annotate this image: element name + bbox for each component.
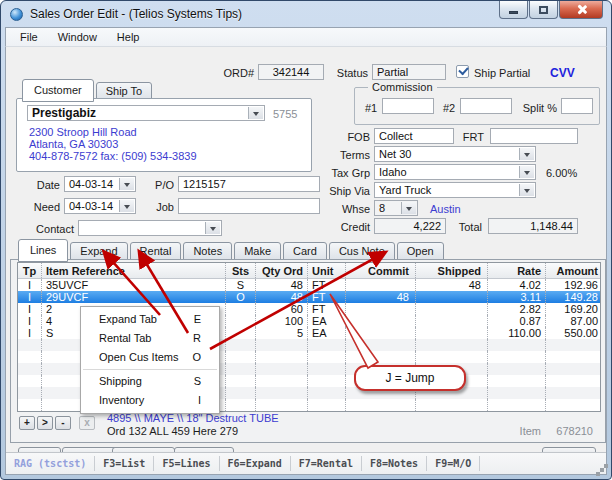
contact-label: Contact: [14, 223, 74, 235]
col-sts: Sts: [226, 263, 256, 278]
window: Sales Order Edit - (Telios Systems Tips)…: [0, 0, 612, 480]
total-label: Total: [450, 221, 482, 233]
col-qty-ord: Qty Ord: [256, 263, 308, 278]
line-remove-button[interactable]: -: [55, 416, 71, 430]
window-title: Sales Order Edit - (Telios Systems Tips): [30, 7, 242, 21]
close-icon: [576, 4, 587, 15]
job-field[interactable]: [178, 198, 320, 214]
tab-lines[interactable]: Lines: [18, 239, 68, 262]
menu-item-rental-tab[interactable]: Rental TabR: [81, 329, 219, 348]
menu-item-open-cus-items[interactable]: Open Cus ItemsO: [81, 348, 219, 367]
date-field[interactable]: 04-03-14: [64, 176, 136, 192]
whse-combo[interactable]: 8: [374, 200, 418, 216]
status-key-f6: F6=Expand: [220, 456, 291, 471]
split-label: Split %: [517, 102, 557, 114]
col-rate: Rate: [488, 263, 546, 278]
contact-field[interactable]: [78, 220, 222, 236]
item-label: Item: [520, 425, 541, 437]
po-field[interactable]: 1215157: [178, 176, 320, 192]
menu-item-shipping[interactable]: ShippingS: [81, 372, 219, 391]
total-field: 1,148.44: [488, 218, 578, 234]
status-key-f7: F7=Rental: [291, 456, 362, 471]
menu-help[interactable]: Help: [107, 29, 150, 45]
customer-account: 5755: [273, 108, 297, 120]
customer-box: Prestigabiz 5755 2300 Stroop Hill Road A…: [16, 98, 312, 172]
terms-value: Net 30: [379, 148, 411, 160]
resize-grip[interactable]: [600, 468, 604, 472]
status-key-f5: F5=Lines: [154, 456, 219, 471]
table-row[interactable]: I35UVCFS48FT484.02192.96: [18, 279, 600, 291]
line-delete-button[interactable]: x: [79, 416, 95, 430]
line-next-button[interactable]: >: [37, 416, 53, 430]
minimize-icon: [509, 11, 518, 14]
window-controls: [498, 1, 603, 19]
commission1-field[interactable]: [382, 98, 434, 114]
cvv-link[interactable]: CVV: [550, 66, 575, 80]
status-label: Status: [328, 67, 368, 79]
maximize-icon: [539, 6, 548, 14]
col-item-reference: Item Reference: [42, 263, 226, 278]
taxgrp-combo[interactable]: Idaho: [374, 164, 536, 180]
need-value: 04-03-14: [69, 200, 113, 212]
shortcut-key: O: [192, 351, 201, 364]
menu-item-expand-tab[interactable]: Expand TabE: [81, 310, 219, 329]
date-label: Date: [30, 179, 60, 191]
status-field: Partial: [372, 64, 446, 80]
ord-field: 342144: [258, 64, 324, 80]
title-bar[interactable]: Sales Order Edit - (Telios Systems Tips): [1, 1, 611, 27]
credit-field: 4,222: [374, 218, 446, 234]
line-add-button[interactable]: +: [19, 416, 35, 430]
chevron-down-icon[interactable]: [519, 184, 534, 196]
frt-field[interactable]: [490, 128, 578, 144]
menu-separator: [83, 369, 217, 370]
shipvia-label: Ship Via: [306, 185, 370, 197]
ord-label: ORD#: [216, 67, 254, 79]
menu-window[interactable]: Window: [48, 29, 107, 45]
commission-label: Commission: [368, 81, 437, 93]
ship-partial-label: Ship Partial: [474, 67, 530, 79]
fob-field[interactable]: Collect: [374, 128, 454, 144]
shortcut-key: S: [194, 375, 201, 388]
shortcut-key: I: [198, 394, 201, 407]
shipvia-combo[interactable]: Yard Truck: [374, 182, 536, 198]
menu-item-inventory[interactable]: InventoryI: [81, 391, 219, 410]
split-field[interactable]: [561, 98, 593, 114]
minimize-button[interactable]: [499, 1, 528, 19]
status-key-f8: F8=Notes: [362, 456, 427, 471]
commission-group: Commission #1 #2 Split %: [354, 87, 600, 125]
chevron-down-icon[interactable]: [119, 178, 134, 190]
lines-tabset: Lines Expand Rental Notes Make Card Cus …: [18, 239, 446, 261]
need-field[interactable]: 04-03-14: [64, 198, 136, 214]
chevron-down-icon[interactable]: [119, 200, 134, 212]
commission2-field[interactable]: [460, 98, 512, 114]
tab-customer[interactable]: Customer: [22, 79, 94, 102]
customer-address-line2: Atlanta, GA 30303: [29, 138, 118, 150]
col-commit: Commit: [346, 263, 416, 278]
whse-city: Austin: [430, 203, 461, 215]
status-session: RAG (tsctst): [6, 456, 95, 471]
commission2-label: #2: [443, 102, 455, 114]
po-label: P/O: [146, 179, 174, 191]
need-label: Need: [30, 201, 60, 213]
customer-combo[interactable]: Prestigabiz: [27, 105, 265, 121]
menu-file[interactable]: File: [10, 29, 48, 45]
ship-partial-checkbox[interactable]: [456, 65, 469, 78]
terms-combo[interactable]: Net 30: [374, 146, 536, 162]
shortcut-key: R: [193, 332, 201, 345]
maximize-button[interactable]: [529, 1, 558, 19]
chevron-down-icon[interactable]: [248, 107, 263, 119]
chevron-down-icon[interactable]: [519, 148, 534, 160]
table-header-row: Tp Item Reference Sts Qty Ord Unit Commi…: [18, 263, 600, 279]
chevron-down-icon[interactable]: [205, 222, 220, 234]
terms-label: Terms: [306, 149, 370, 161]
chevron-down-icon[interactable]: [401, 202, 416, 214]
customer-address-line3: 404-878-7572 fax: (509) 534-3839: [29, 150, 197, 162]
item-number: 678210: [556, 425, 593, 437]
close-button[interactable]: [559, 1, 603, 19]
whse-value: 8: [379, 202, 385, 214]
frt-label: FRT: [456, 131, 484, 143]
taxgrp-value: Idaho: [379, 166, 407, 178]
table-row-selected[interactable]: I29UVCFO48FT483.11149.28: [18, 291, 600, 303]
credit-label: Credit: [306, 221, 370, 233]
chevron-down-icon[interactable]: [519, 166, 534, 178]
